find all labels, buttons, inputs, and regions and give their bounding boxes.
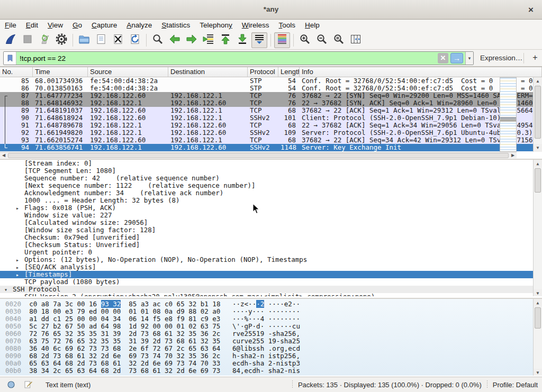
menu-statistics[interactable]: Statistics — [157, 21, 195, 30]
bytes-vscrollbar[interactable]: ▲ ▼ — [533, 299, 542, 376]
resize-columns-button[interactable] — [348, 32, 364, 48]
scroll-up-icon[interactable]: ▲ — [534, 299, 542, 307]
expander-open-icon[interactable]: ▾ — [4, 286, 13, 293]
filter-apply-button[interactable]: → — [450, 53, 463, 63]
packet-row-88[interactable]: 8871.648146932192.168.122.1192.168.122.6… — [0, 99, 542, 107]
packet-list-minimap[interactable] — [500, 77, 517, 152]
packet-row-85[interactable]: 8568.001734936fe:54:00:d4:38:2aSTP54Conf… — [0, 77, 542, 85]
column-header-time[interactable]: Time — [33, 67, 88, 77]
menu-wireless[interactable]: Wireless — [237, 21, 274, 30]
start-capture-button[interactable] — [3, 32, 19, 48]
menu-view[interactable]: View — [43, 21, 68, 30]
colorize-button[interactable] — [274, 32, 290, 48]
reload-file-button[interactable] — [127, 32, 143, 48]
go-to-packet-button[interactable] — [201, 32, 216, 48]
hex-row-00a0[interactable]: 00a0 65 63 64 68 2d 73 68 61 32 2d 6e 69… — [0, 360, 542, 367]
capture-comment-button[interactable] — [22, 379, 34, 390]
detail-line[interactable]: ▾SSH Protocol — [0, 286, 542, 293]
packet-list-hscrollbar[interactable]: ◀ ▶ — [0, 152, 517, 158]
open-file-button[interactable] — [76, 32, 92, 48]
detail-line[interactable]: ▸[SEQ/ACK analysis] — [0, 263, 542, 271]
column-header-source[interactable]: Source — [88, 67, 168, 77]
auto-scroll-button[interactable] — [251, 32, 267, 48]
scroll-down-icon[interactable]: ▼ — [534, 144, 542, 152]
column-header-protocol[interactable]: Protocol — [248, 67, 278, 77]
hscrollbar-thumb[interactable] — [8, 153, 509, 158]
detail-line[interactable]: Sequence number: 42 (relative sequence n… — [0, 175, 542, 182]
column-header-no[interactable]: No. — [0, 67, 33, 77]
scroll-down-icon[interactable]: ▼ — [534, 369, 542, 376]
menu-file[interactable]: File — [0, 21, 21, 30]
menu-edit[interactable]: Edit — [21, 21, 43, 30]
packet-row-91[interactable]: 9171.648789678192.168.122.1192.168.122.6… — [0, 122, 542, 129]
scrollbar-thumb[interactable] — [535, 307, 541, 329]
menu-help[interactable]: Help — [300, 21, 324, 30]
hex-row-0030[interactable]: 0030 80 18 00 e3 79 ed 00 00 01 01 08 0a… — [0, 308, 542, 315]
display-filter-input[interactable]: !tcp.port == 22 — [16, 54, 438, 62]
hex-row-0080[interactable]: 0080 36 40 6c 69 62 73 73 68 2e 6f 72 67… — [0, 345, 542, 352]
detail-line[interactable]: ▸SSH Version 2 (encryption:chacha20-poly… — [0, 293, 542, 296]
hex-row-00b0[interactable]: 00b0 38 34 2c 65 63 64 68 2d 73 68 61 32… — [0, 367, 542, 375]
restart-capture-button[interactable] — [37, 32, 52, 48]
packet-row-89[interactable]: 8971.648191037192.168.122.60192.168.122.… — [0, 107, 542, 114]
scroll-up-icon[interactable]: ▲ — [534, 160, 542, 168]
close-button[interactable]: × — [525, 4, 537, 16]
details-vscrollbar[interactable]: ▲ ▼ — [533, 160, 542, 296]
detail-line[interactable]: Urgent pointer: 0 — [0, 249, 542, 256]
menu-analyze[interactable]: Analyze — [122, 21, 157, 30]
expander-closed-icon[interactable]: ▸ — [16, 294, 24, 296]
zoom-out-button[interactable] — [314, 32, 330, 48]
filter-clear-button[interactable]: ✕ — [438, 53, 448, 63]
go-first-button[interactable] — [218, 32, 233, 48]
hex-row-0020[interactable]: 0020 c0 a8 7a 3c 00 16 93 32 85 a3 ac c0… — [0, 300, 542, 308]
column-header-info[interactable]: Info — [300, 67, 542, 77]
filter-bookmark-button[interactable] — [4, 52, 16, 65]
expander-closed-icon[interactable]: ▸ — [16, 205, 24, 212]
detail-line[interactable]: [Stream index: 0] — [0, 160, 542, 167]
detail-line[interactable]: [Window size scaling factor: 128] — [0, 226, 542, 234]
expert-info-button[interactable] — [5, 379, 17, 390]
add-filter-button[interactable]: + — [529, 52, 541, 63]
packet-row-92[interactable]: 9271.661949820192.168.122.1192.168.122.6… — [0, 129, 542, 136]
expander-closed-icon[interactable]: ▸ — [16, 264, 24, 271]
detail-line[interactable]: Window size value: 227 — [0, 212, 542, 219]
capture-options-button[interactable] — [53, 32, 69, 48]
hex-row-0050[interactable]: 0050 5c 27 b2 67 50 ad 64 98 1d 92 00 00… — [0, 323, 542, 330]
stop-capture-button[interactable] — [20, 32, 35, 48]
detail-line[interactable]: [Next sequence number: 1122 (relative se… — [0, 182, 542, 189]
detail-line[interactable]: [Calculated window size: 29056] — [0, 219, 542, 226]
go-last-button[interactable] — [234, 32, 250, 48]
detail-line[interactable]: ▸Flags: 0x018 (PSH, ACK) — [0, 204, 542, 212]
packet-row-90[interactable]: 9071.648618924192.168.122.60192.168.122.… — [0, 114, 542, 122]
scroll-up-icon[interactable]: ▲ — [534, 77, 542, 85]
detail-line[interactable]: ▸Options: (12 bytes), No-Operation (NOP)… — [0, 256, 542, 263]
menu-capture[interactable]: Capture — [87, 21, 122, 30]
menu-go[interactable]: Go — [68, 21, 87, 30]
find-packet-button[interactable] — [150, 32, 166, 48]
profile-label[interactable]: Profile: Default — [493, 381, 538, 389]
scrollbar-thumb[interactable] — [535, 168, 541, 193]
column-header-destination[interactable]: Destination — [168, 67, 248, 77]
zoom-in-button[interactable] — [297, 32, 313, 48]
filter-dropdown-button[interactable]: ▼ — [465, 51, 473, 65]
go-back-button[interactable] — [167, 32, 183, 48]
go-forward-button[interactable] — [184, 32, 200, 48]
detail-line[interactable]: 1000 .... = Header Length: 32 bytes (8) — [0, 197, 542, 204]
scrollbar-thumb[interactable] — [535, 86, 541, 139]
close-file-button[interactable] — [110, 32, 126, 48]
scroll-down-icon[interactable]: ▼ — [534, 289, 542, 296]
detail-line[interactable]: ▸[Timestamps] — [0, 271, 542, 278]
packet-list-vscrollbar[interactable]: ▲ ▼ — [533, 77, 542, 152]
hex-row-0090[interactable]: 0090 68 2d 73 68 61 32 2d 6e 69 73 74 70… — [0, 352, 542, 360]
detail-line[interactable]: [TCP Segment Len: 1080] — [0, 167, 542, 175]
display-filter-field[interactable]: !tcp.port == 22 ✕ → ▼ — [3, 51, 474, 65]
column-header-length[interactable]: Length — [278, 67, 300, 77]
expander-closed-icon[interactable]: ▸ — [16, 271, 24, 278]
expression-button[interactable]: Expression… — [480, 54, 522, 62]
menu-telephony[interactable]: Telephony — [195, 21, 237, 30]
scroll-left-icon[interactable]: ◀ — [0, 153, 7, 158]
zoom-reset-button[interactable] — [331, 32, 347, 48]
hex-row-0070[interactable]: 0070 63 75 72 76 65 32 35 35 31 39 2d 73… — [0, 338, 542, 345]
save-file-button[interactable] — [93, 32, 109, 48]
detail-line[interactable]: TCP payload (1080 bytes) — [0, 278, 542, 286]
